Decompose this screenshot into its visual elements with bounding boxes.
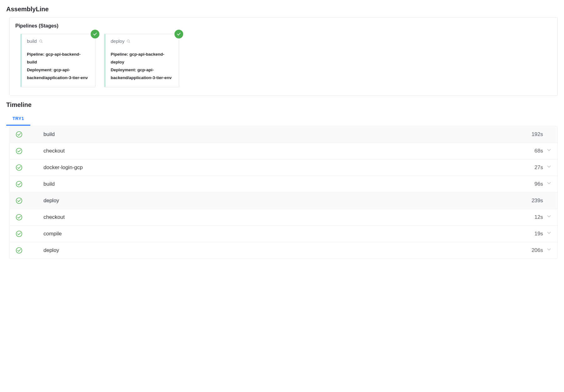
timeline-heading: Timeline bbox=[6, 101, 558, 108]
search-icon[interactable] bbox=[126, 39, 131, 43]
timeline-row-right: 19s bbox=[535, 230, 552, 237]
timeline-row-duration: 19s bbox=[535, 231, 543, 237]
stage-card-deploy[interactable]: deploy Pipeline: gcp-api-backend-deploy … bbox=[104, 34, 179, 87]
timeline-list: build192scheckout68sdocker-login-gcp27sb… bbox=[9, 126, 558, 259]
timeline-row-duration: 68s bbox=[535, 148, 543, 154]
chevron-down-icon[interactable] bbox=[546, 247, 552, 254]
timeline-row-right: 27s bbox=[535, 164, 552, 171]
timeline-row-name: build bbox=[43, 131, 531, 138]
success-icon bbox=[15, 230, 23, 238]
svg-point-8 bbox=[16, 198, 22, 204]
timeline-row-right: 192s bbox=[531, 131, 552, 138]
stage-cards: build Pipeline: gcp-api-backend-build De… bbox=[15, 34, 552, 87]
stage-card-build[interactable]: build Pipeline: gcp-api-backend-build De… bbox=[20, 34, 95, 87]
assemblyline-heading: AssemblyLine bbox=[6, 6, 558, 13]
success-icon bbox=[15, 247, 23, 254]
timeline-row-name: compile bbox=[43, 231, 535, 237]
success-icon bbox=[15, 197, 23, 204]
timeline-row-right: 68s bbox=[535, 147, 552, 154]
timeline-row-right: 96s bbox=[535, 180, 552, 188]
success-icon bbox=[15, 164, 23, 171]
svg-point-10 bbox=[16, 231, 22, 237]
stage-name: deploy bbox=[111, 38, 124, 44]
timeline-row-right: 206s bbox=[531, 247, 552, 254]
timeline-stage-row: build192s bbox=[10, 126, 557, 143]
timeline-row-right: 239s bbox=[531, 197, 552, 204]
timeline-row-duration: 96s bbox=[535, 181, 543, 187]
stage-meta: Pipeline: gcp-api-backend-deploy Deploym… bbox=[111, 51, 174, 82]
timeline-row-duration: 206s bbox=[531, 247, 543, 254]
timeline-row-name: deploy bbox=[43, 247, 531, 254]
svg-point-6 bbox=[16, 165, 22, 170]
timeline-step-row[interactable]: docker-login-gcp27s bbox=[10, 159, 557, 176]
timeline-step-row[interactable]: checkout12s bbox=[10, 209, 557, 226]
timeline-row-duration: 239s bbox=[531, 198, 543, 204]
success-icon bbox=[15, 131, 23, 138]
timeline-row-name: checkout bbox=[43, 148, 535, 154]
timeline-step-row[interactable]: deploy206s bbox=[10, 242, 557, 259]
chevron-down-icon[interactable] bbox=[546, 214, 552, 221]
timeline-row-duration: 27s bbox=[535, 164, 543, 171]
timeline-tabs: TRY1 bbox=[6, 113, 558, 126]
status-badge bbox=[91, 30, 99, 38]
status-badge bbox=[174, 30, 183, 38]
chevron-down-icon[interactable] bbox=[546, 164, 552, 171]
svg-line-3 bbox=[129, 42, 130, 43]
stage-meta: Pipeline: gcp-api-backend-build Deployme… bbox=[27, 51, 90, 82]
timeline-step-row[interactable]: build96s bbox=[10, 176, 557, 193]
timeline-row-name: deploy bbox=[43, 198, 531, 204]
success-icon bbox=[15, 147, 23, 155]
chevron-down-icon[interactable] bbox=[546, 147, 552, 154]
timeline-step-row[interactable]: compile19s bbox=[10, 226, 557, 242]
check-icon bbox=[93, 32, 97, 36]
stage-name: build bbox=[27, 38, 37, 44]
check-icon bbox=[177, 32, 181, 36]
timeline-row-name: build bbox=[43, 181, 535, 187]
timeline-row-name: docker-login-gcp bbox=[43, 164, 535, 171]
svg-line-1 bbox=[42, 42, 43, 43]
timeline-row-duration: 12s bbox=[535, 214, 543, 220]
chevron-down-icon[interactable] bbox=[546, 230, 552, 237]
svg-point-7 bbox=[16, 181, 22, 187]
tab-try1[interactable]: TRY1 bbox=[6, 113, 30, 126]
svg-point-5 bbox=[16, 148, 22, 154]
svg-point-11 bbox=[16, 248, 22, 253]
timeline-row-right: 12s bbox=[535, 214, 552, 221]
success-icon bbox=[15, 180, 23, 188]
svg-point-9 bbox=[16, 214, 22, 220]
success-icon bbox=[15, 214, 23, 221]
svg-point-4 bbox=[16, 132, 22, 137]
pipelines-heading: Pipelines (Stages) bbox=[15, 23, 552, 29]
chevron-down-icon[interactable] bbox=[546, 180, 552, 188]
timeline-stage-row: deploy239s bbox=[10, 193, 557, 209]
timeline-step-row[interactable]: checkout68s bbox=[10, 143, 557, 159]
timeline-row-name: checkout bbox=[43, 214, 535, 220]
pipelines-panel: Pipelines (Stages) build Pipeline: gcp-a… bbox=[9, 17, 558, 96]
timeline-row-duration: 192s bbox=[531, 131, 543, 138]
search-icon[interactable] bbox=[39, 39, 43, 43]
